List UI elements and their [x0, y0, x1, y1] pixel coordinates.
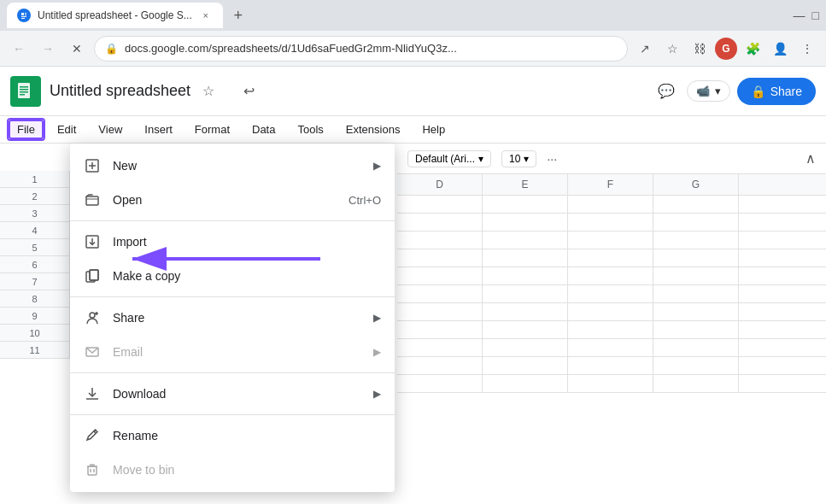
cell-d4[interactable] — [397, 249, 483, 267]
cell-e7[interactable] — [483, 303, 568, 320]
comment-button[interactable]: 💬 — [653, 78, 680, 105]
cell-g2[interactable] — [653, 214, 739, 231]
menu-share[interactable]: Share ▶ — [70, 301, 395, 335]
cell-d2[interactable] — [397, 214, 483, 231]
cell-f2[interactable] — [568, 214, 653, 231]
profile-icon[interactable]: 👤 — [768, 37, 792, 61]
menu-dots-icon[interactable]: ⋮ — [795, 37, 819, 61]
cell-f6[interactable] — [568, 285, 653, 302]
cell-e10[interactable] — [483, 357, 568, 374]
menu-import[interactable]: Import — [70, 225, 395, 259]
menu-insert[interactable]: Insert — [134, 118, 183, 141]
cell-f8[interactable] — [568, 321, 653, 338]
meet-button[interactable]: 📹 ▾ — [687, 80, 730, 102]
more-options-button[interactable]: ··· — [547, 152, 557, 166]
back-button[interactable]: ← — [7, 37, 31, 61]
svg-rect-14 — [86, 196, 98, 205]
cell-d8[interactable] — [397, 321, 483, 338]
cell-e3[interactable] — [483, 231, 568, 249]
import-label: Import — [113, 235, 381, 249]
cell-g1[interactable] — [653, 196, 739, 213]
menu-data[interactable]: Data — [242, 118, 285, 141]
divider-2 — [70, 296, 395, 297]
new-label: New — [113, 159, 361, 173]
import-icon — [84, 233, 101, 250]
url-text: docs.google.com/spreadsheets/d/1Ud6saFue… — [125, 42, 617, 55]
share-page-icon[interactable]: ↗ — [633, 37, 657, 61]
menu-file[interactable]: File — [7, 118, 45, 141]
menu-edit[interactable]: Edit — [47, 118, 86, 141]
cell-d6[interactable] — [397, 285, 483, 302]
collapse-button[interactable]: ∧ — [805, 150, 816, 167]
window-controls: — □ — [794, 9, 819, 22]
bookmark-icon[interactable]: ☆ — [660, 37, 684, 61]
cell-d10[interactable] — [397, 357, 483, 374]
cell-e9[interactable] — [483, 339, 568, 356]
cell-e5[interactable] — [483, 267, 568, 284]
menu-format[interactable]: Format — [185, 118, 240, 141]
link-icon[interactable]: ⛓ — [688, 37, 712, 61]
share-button[interactable]: 🔒 Share — [737, 78, 816, 105]
tab-close-button[interactable]: × — [199, 9, 213, 22]
menu-tools[interactable]: Tools — [287, 118, 333, 141]
reload-button[interactable]: ✕ — [65, 37, 89, 61]
cell-f7[interactable] — [568, 303, 653, 320]
cell-e6[interactable] — [483, 285, 568, 302]
rename-label: Rename — [113, 429, 381, 442]
cell-e1[interactable] — [483, 196, 568, 213]
cell-e2[interactable] — [483, 214, 568, 231]
font-selector[interactable]: Default (Ari... ▾ — [407, 150, 491, 167]
cell-g4[interactable] — [653, 249, 739, 267]
cell-f5[interactable] — [568, 267, 653, 284]
file-highlight — [9, 120, 44, 139]
cell-e8[interactable] — [483, 321, 568, 338]
cell-f3[interactable] — [568, 231, 653, 249]
menu-make-copy[interactable]: Make a copy — [70, 259, 395, 293]
forward-button[interactable]: → — [36, 37, 60, 61]
cell-f4[interactable] — [568, 249, 653, 267]
undo-button[interactable]: ↩ — [237, 79, 261, 103]
cell-d3[interactable] — [397, 231, 483, 249]
cell-d11[interactable] — [397, 375, 483, 392]
menu-view[interactable]: View — [88, 118, 132, 141]
open-label: Open — [113, 193, 337, 207]
cell-f11[interactable] — [568, 375, 653, 392]
address-bar[interactable]: 🔒 docs.google.com/spreadsheets/d/1Ud6saF… — [94, 36, 628, 62]
cell-d1[interactable] — [397, 196, 483, 213]
cell-d7[interactable] — [397, 303, 483, 320]
extensions-icon[interactable]: 🧩 — [741, 37, 764, 61]
cell-f10[interactable] — [568, 357, 653, 374]
cell-g5[interactable] — [653, 267, 739, 284]
row-num-2: 2 — [0, 188, 69, 205]
cell-e4[interactable] — [483, 249, 568, 267]
menu-rename[interactable]: Rename — [70, 419, 395, 453]
menu-new[interactable]: New ▶ — [70, 149, 395, 183]
star-icon[interactable]: ☆ — [202, 83, 214, 99]
new-tab-button[interactable]: + — [226, 3, 250, 27]
cell-f1[interactable] — [568, 196, 653, 213]
cell-g3[interactable] — [653, 231, 739, 249]
cell-d9[interactable] — [397, 339, 483, 356]
menu-open[interactable]: Open Ctrl+O — [70, 183, 395, 217]
col-g-header: G — [653, 174, 739, 195]
minimize-button[interactable]: — — [794, 9, 805, 22]
cell-g7[interactable] — [653, 303, 739, 320]
cell-g11[interactable] — [653, 375, 739, 392]
profile-avatar[interactable]: G — [715, 38, 737, 60]
menu-download[interactable]: Download ▶ — [70, 377, 395, 411]
cell-g9[interactable] — [653, 339, 739, 356]
document-title[interactable]: Untitled spreadsheet — [50, 82, 190, 100]
cell-g8[interactable] — [653, 321, 739, 338]
cell-g6[interactable] — [653, 285, 739, 302]
font-size-selector[interactable]: 10 ▾ — [501, 150, 536, 167]
cell-e11[interactable] — [483, 375, 568, 392]
row-numbers: 1 2 3 4 5 6 7 8 9 10 11 — [0, 171, 70, 359]
browser-tab[interactable]: Untitled spreadsheet - Google S... × — [7, 3, 223, 28]
menu-extensions[interactable]: Extensions — [336, 118, 411, 141]
restore-button[interactable]: □ — [812, 9, 819, 22]
share-arrow: ▶ — [373, 312, 381, 324]
cell-f9[interactable] — [568, 339, 653, 356]
cell-d5[interactable] — [397, 267, 483, 284]
menu-help[interactable]: Help — [412, 118, 455, 141]
cell-g10[interactable] — [653, 357, 739, 374]
